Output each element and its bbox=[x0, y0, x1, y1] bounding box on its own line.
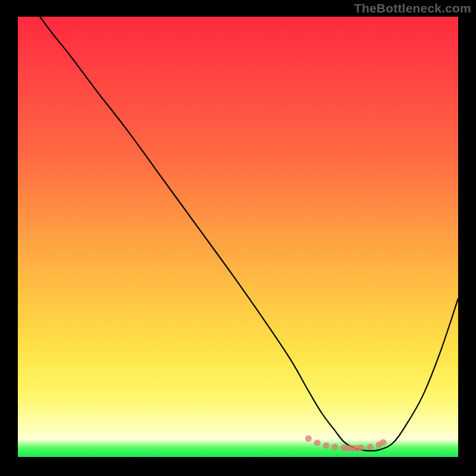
watermark-text: TheBottleneck.com bbox=[354, 1, 471, 15]
marker-dot bbox=[314, 440, 321, 446]
marker-dot bbox=[380, 439, 387, 446]
marker-dot bbox=[367, 443, 374, 450]
marker-dot bbox=[305, 435, 312, 441]
chart-container: TheBottleneck.com bbox=[0, 0, 476, 476]
plot-area bbox=[18, 17, 458, 457]
marker-dot bbox=[331, 443, 338, 450]
marker-dot bbox=[358, 444, 365, 451]
bottleneck-curve bbox=[40, 17, 458, 451]
chart-svg bbox=[18, 17, 458, 457]
marker-dot bbox=[323, 442, 330, 449]
